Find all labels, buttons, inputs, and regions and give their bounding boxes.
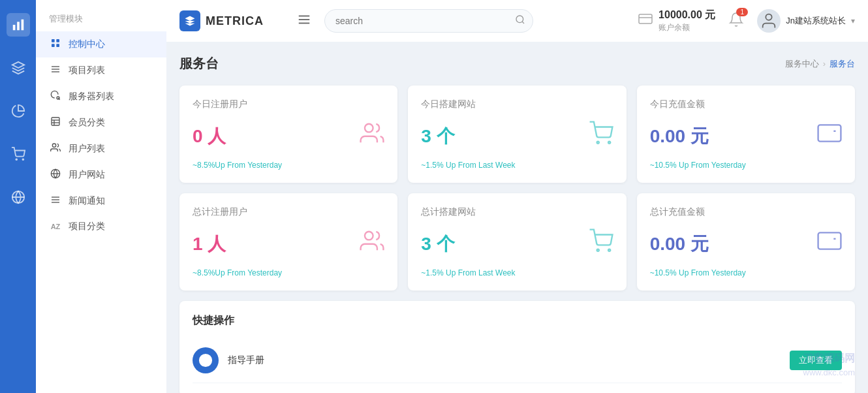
stat-card-body: 3 个 [421, 228, 613, 259]
stat-card-title: 总计搭建网站 [421, 206, 613, 218]
breadcrumb-current: 服务台 [829, 58, 855, 70]
svg-line-29 [522, 22, 524, 24]
balance-icon [638, 11, 653, 31]
user-info[interactable]: Jn建站系统站长 ▾ [757, 9, 855, 33]
sidebar-label-projects: 项目列表 [69, 65, 105, 76]
svg-point-39 [608, 249, 610, 251]
sidebar-item-dashboard[interactable]: 控制中心 [36, 31, 166, 57]
search-icon[interactable] [515, 14, 525, 27]
svg-rect-8 [56, 39, 59, 42]
search-bar [324, 9, 533, 33]
stat-card: 总计充值金额 0.00 元 ~10.5% Up From Yesterday [637, 193, 855, 291]
quick-op-icon [193, 347, 219, 373]
icon-bar-globe[interactable] [7, 185, 30, 209]
logo: METRICA [179, 10, 297, 31]
svg-point-37 [365, 232, 373, 240]
users-icon [49, 142, 62, 155]
avatar [757, 9, 781, 33]
stat-card: 今日注册用户 0 人 ~8.5%Up From Yesterday [179, 86, 397, 183]
sidebar-label-dashboard: 控制中心 [69, 39, 105, 50]
logo-icon [179, 10, 200, 31]
sidebar-item-news[interactable]: 新闻通知 [36, 188, 166, 214]
stat-icon [360, 228, 384, 259]
svg-point-5 [22, 159, 23, 160]
header: METRICA 10000.00 元 账户余额 [166, 0, 868, 42]
stat-value: 1 人 [193, 232, 226, 257]
servers-icon [49, 90, 62, 103]
stat-trend: ~1.5% Up From Last Week [421, 268, 613, 277]
sidebar-item-projects[interactable]: 项目列表 [36, 57, 166, 84]
stat-card-title: 今日充值金额 [650, 99, 842, 110]
svg-rect-0 [12, 25, 15, 30]
svg-rect-15 [52, 118, 59, 125]
news-icon [49, 195, 62, 208]
logo-text: METRICA [206, 14, 264, 28]
stat-card-body: 0.00 元 [650, 228, 842, 259]
sidebar-section-title: 管理模块 [36, 13, 166, 31]
quick-op-button[interactable]: 立即查看 [790, 351, 842, 370]
stat-icon [360, 121, 384, 151]
svg-point-28 [516, 16, 523, 23]
sidebar-label-categories: 项目分类 [69, 221, 105, 232]
stat-card-body: 1 人 [193, 228, 384, 259]
notification-button[interactable]: 1 [728, 12, 744, 30]
sidebar-item-users[interactable]: 用户列表 [36, 136, 166, 162]
stat-card: 总计搭建网站 3 个 ~1.5% Up From Last Week [408, 193, 626, 291]
icon-bar-cart[interactable] [7, 142, 30, 166]
svg-rect-1 [17, 22, 20, 30]
svg-rect-7 [52, 39, 55, 42]
svg-rect-40 [818, 232, 841, 249]
svg-point-38 [597, 249, 598, 251]
sidebar-item-members[interactable]: 会员分类 [36, 110, 166, 136]
sidebar: 管理模块 控制中心 项目列表 服务器列表 会员分类 用户列表 用户网站 [36, 0, 166, 393]
svg-point-4 [16, 159, 17, 160]
stat-card-body: 0.00 元 [650, 121, 842, 151]
icon-bar [0, 0, 36, 393]
svg-point-32 [766, 14, 772, 20]
main-wrapper: METRICA 10000.00 元 账户余额 [166, 0, 868, 393]
search-input[interactable] [324, 9, 533, 33]
icon-bar-layers[interactable] [7, 56, 30, 80]
stat-icon [817, 228, 842, 259]
breadcrumb: 服务中心 › 服务台 [785, 58, 855, 70]
stat-value: 3 个 [421, 232, 454, 257]
websites-icon [49, 168, 62, 181]
sidebar-item-websites[interactable]: 用户网站 [36, 162, 166, 188]
page-header: 服务台 服务中心 › 服务台 [179, 55, 855, 72]
stat-trend: ~8.5%Up From Yesterday [193, 268, 384, 277]
stats-grid-bottom: 总计注册用户 1 人 ~8.5%Up From Yesterday 总计搭建网站… [179, 193, 855, 291]
categories-icon: AZ [49, 223, 62, 230]
svg-rect-9 [52, 44, 55, 47]
quick-ops-list: 指导手册 立即查看 [193, 338, 842, 383]
stat-trend: ~10.5% Up From Yesterday [650, 268, 842, 277]
stat-card-title: 总计注册用户 [193, 206, 384, 218]
sidebar-label-websites: 用户网站 [69, 169, 105, 181]
quick-op-item[interactable]: 指导手册 立即查看 [193, 338, 842, 383]
header-right: 10000.00 元 账户余额 1 Jn建站系统站长 ▾ [638, 8, 855, 33]
stat-value: 0.00 元 [650, 124, 709, 149]
members-icon [49, 116, 62, 129]
stat-value: 3 个 [421, 124, 454, 149]
svg-rect-10 [56, 44, 59, 47]
svg-point-34 [597, 142, 598, 144]
sidebar-item-categories[interactable]: AZ 项目分类 [36, 214, 166, 239]
icon-bar-pie[interactable] [7, 99, 30, 123]
balance-amount: 10000.00 元 [659, 8, 715, 22]
stat-icon [817, 121, 842, 151]
sidebar-label-members: 会员分类 [69, 117, 105, 129]
stat-card-title: 今日搭建网站 [421, 99, 613, 110]
hamburger-button[interactable] [297, 12, 311, 30]
svg-rect-30 [639, 14, 652, 24]
quick-op-label: 指导手册 [228, 354, 264, 366]
svg-rect-2 [21, 20, 23, 31]
stat-card-title: 今日注册用户 [193, 99, 384, 110]
svg-point-35 [608, 142, 610, 144]
sidebar-label-news: 新闻通知 [69, 195, 105, 207]
stat-card-title: 总计充值金额 [650, 206, 842, 218]
stat-card: 总计注册用户 1 人 ~8.5%Up From Yesterday [179, 193, 397, 291]
svg-point-33 [365, 124, 373, 133]
svg-rect-36 [818, 125, 841, 141]
projects-icon [49, 64, 62, 77]
icon-bar-charts[interactable] [7, 13, 30, 37]
sidebar-item-servers[interactable]: 服务器列表 [36, 84, 166, 110]
